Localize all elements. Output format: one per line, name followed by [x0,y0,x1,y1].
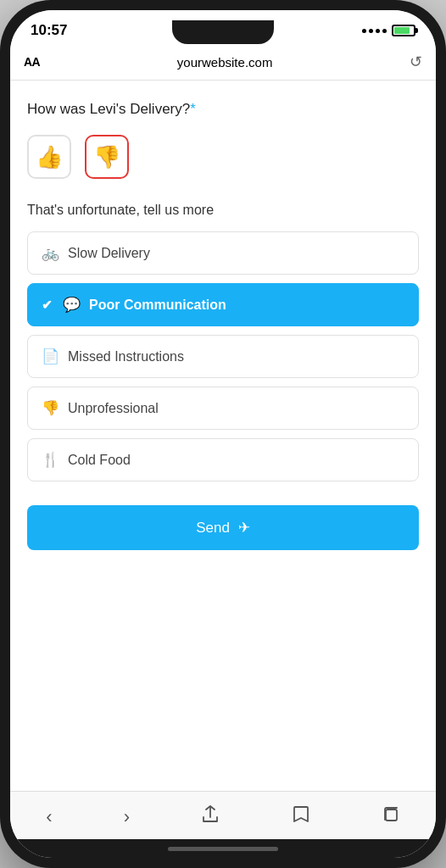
fork-icon: 🍴 [42,451,59,469]
option-poor-communication-label: Poor Communication [89,298,226,313]
browser-url[interactable]: yourwebsite.com [50,55,399,70]
check-icon: ✔ [42,298,53,313]
option-cold-food-label: Cold Food [68,453,131,468]
thumbs-down-icon: 👎 [93,144,120,170]
svg-rect-0 [386,810,397,821]
browser-bar: AA yourwebsite.com ↻ [10,46,436,81]
notch [172,20,274,44]
browser-aa[interactable]: AA [24,55,40,69]
thumbs-up-icon: 👍 [36,144,63,170]
content-area: How was Levi's Delivery?* 👍 👎 That's unf… [10,81,436,791]
bike-icon: 🚲 [42,244,59,262]
option-missed-instructions-label: Missed Instructions [68,349,184,364]
battery-icon [392,25,415,36]
home-indicator [10,839,436,858]
rating-buttons: 👍 👎 [27,135,419,179]
send-button[interactable]: Send ✈ [27,505,419,550]
bottom-nav: ‹ › [10,791,436,839]
unprofessional-icon: 👎 [42,399,59,417]
thumbs-up-button[interactable]: 👍 [27,135,71,179]
send-label: Send [196,520,230,537]
status-icons [362,25,415,36]
tabs-button[interactable] [371,802,410,832]
phone-frame: 10:57 AA yourwebsite.com ↻ [0,0,446,868]
option-slow-delivery[interactable]: 🚲 Slow Delivery [27,231,419,275]
option-slow-delivery-label: Slow Delivery [68,246,150,261]
subtitle: That's unfortunate, tell us more [27,203,419,218]
forward-button[interactable]: › [114,803,140,832]
send-icon: ✈ [238,519,250,537]
thumbs-down-button[interactable]: 👎 [85,135,129,179]
option-unprofessional-label: Unprofessional [68,401,159,416]
home-bar [168,847,278,851]
document-icon: 📄 [42,348,59,365]
refresh-icon[interactable]: ↻ [410,53,422,71]
back-button[interactable]: ‹ [36,803,62,832]
share-button[interactable] [191,802,230,832]
bookmarks-button[interactable] [282,802,321,832]
option-missed-instructions[interactable]: 📄 Missed Instructions [27,335,419,378]
required-marker: * [190,101,196,117]
chat-icon: 💬 [63,296,81,314]
status-time: 10:57 [31,22,67,39]
option-cold-food[interactable]: 🍴 Cold Food [27,438,419,481]
option-poor-communication[interactable]: ✔ 💬 Poor Communication [27,283,419,326]
signal-icon [362,29,387,33]
delivery-question: How was Levi's Delivery?* [27,101,419,118]
option-unprofessional[interactable]: 👎 Unprofessional [27,387,419,430]
options-list: 🚲 Slow Delivery ✔ 💬 Poor Communication 📄… [27,231,419,481]
